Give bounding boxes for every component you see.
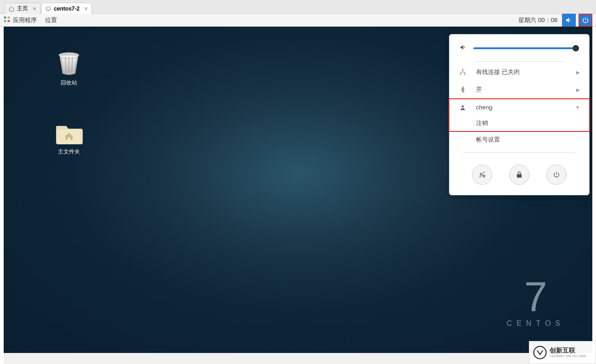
system-menu: 有线连接 已关闭 ▶ 开 ▶ cheng ▼ 注销 帐号设置 (449, 34, 590, 195)
svg-rect-4 (8, 20, 10, 22)
trash-label: 回收站 (46, 79, 92, 87)
applications-icon (4, 16, 10, 24)
power-tray-icon[interactable] (579, 14, 592, 27)
bluetooth-icon (459, 86, 467, 93)
svg-rect-11 (517, 174, 521, 177)
tab-vm-label: centos7-2 (54, 6, 79, 12)
svg-rect-2 (8, 17, 10, 18)
chevron-right-icon: ▶ (576, 70, 580, 75)
user-label: cheng (476, 104, 575, 111)
svg-rect-9 (464, 74, 465, 75)
svg-rect-1 (4, 17, 6, 18)
desktop[interactable]: 回收站 主文件夹 7 CENTOS 有线连接 已关闭 ▶ (4, 27, 592, 353)
datetime[interactable]: 星期六 00：08 (518, 16, 557, 24)
bluetooth-label: 开 (476, 85, 576, 94)
desktop-icon-home[interactable]: 主文件夹 (46, 119, 92, 156)
divider (476, 61, 563, 62)
svg-rect-8 (460, 74, 461, 75)
network-label: 有线连接 已关闭 (476, 68, 576, 76)
volume-slider[interactable] (473, 47, 579, 49)
places-menu[interactable]: 位置 (45, 16, 57, 24)
network-icon (459, 68, 467, 76)
volume-row (449, 34, 589, 59)
settings-button[interactable] (472, 165, 492, 185)
watermark-en: CHUANG XIN HU LIAN (550, 354, 586, 358)
svg-rect-7 (462, 69, 464, 70)
svg-rect-0 (46, 7, 51, 10)
volume-knob[interactable] (573, 45, 579, 51)
centos-brand: 7 CENTOS (507, 279, 565, 328)
home-folder-icon (54, 119, 84, 145)
watermark: 创新互联 CHUANG XIN HU LIAN (529, 341, 596, 364)
vm-icon (45, 6, 51, 11)
account-settings-item[interactable]: 帐号设置 (449, 132, 589, 148)
divider (463, 152, 575, 153)
centos-version: 7 (507, 279, 565, 316)
user-section-highlight: cheng ▼ 注销 (448, 98, 590, 132)
vm-tab-bar: 主页 × centos7-2 × (0, 0, 596, 14)
trash-icon (54, 51, 84, 76)
chevron-down-icon: ▼ (575, 105, 580, 110)
home-folder-label: 主文件夹 (46, 148, 92, 156)
power-button[interactable] (546, 165, 567, 185)
home-icon (9, 6, 14, 11)
chevron-right-icon: ▶ (576, 87, 580, 92)
desktop-icon-trash[interactable]: 回收站 (46, 51, 92, 87)
user-icon (459, 104, 467, 111)
tab-vm[interactable]: centos7-2 × (41, 3, 92, 14)
svg-point-12 (534, 347, 546, 359)
watermark-logo-icon (533, 346, 547, 359)
applications-label: 应用程序 (13, 16, 37, 24)
centos-name: CENTOS (507, 319, 565, 328)
bottom-strip (4, 353, 592, 364)
action-row (449, 157, 589, 195)
gnome-left: 应用程序 位置 (4, 16, 57, 24)
network-row[interactable]: 有线连接 已关闭 ▶ (449, 63, 589, 81)
svg-point-10 (462, 105, 464, 108)
gnome-top-panel: 应用程序 位置 星期六 00：08 (0, 14, 596, 27)
close-icon[interactable]: × (33, 5, 36, 12)
tab-home-label: 主页 (17, 5, 28, 12)
volume-tray-icon[interactable] (562, 14, 576, 27)
user-row[interactable]: cheng ▼ (449, 99, 589, 115)
close-icon[interactable]: × (84, 5, 88, 12)
applications-menu[interactable]: 应用程序 (4, 16, 37, 24)
bluetooth-row[interactable]: 开 ▶ (449, 81, 589, 98)
speaker-icon (460, 44, 467, 53)
lock-button[interactable] (509, 165, 529, 185)
tab-home[interactable]: 主页 × (5, 3, 40, 14)
logout-item[interactable]: 注销 (449, 115, 589, 131)
watermark-zh: 创新互联 (550, 347, 586, 354)
svg-rect-3 (4, 20, 6, 22)
gnome-right: 星期六 00：08 (518, 14, 592, 27)
watermark-text: 创新互联 CHUANG XIN HU LIAN (550, 347, 586, 358)
